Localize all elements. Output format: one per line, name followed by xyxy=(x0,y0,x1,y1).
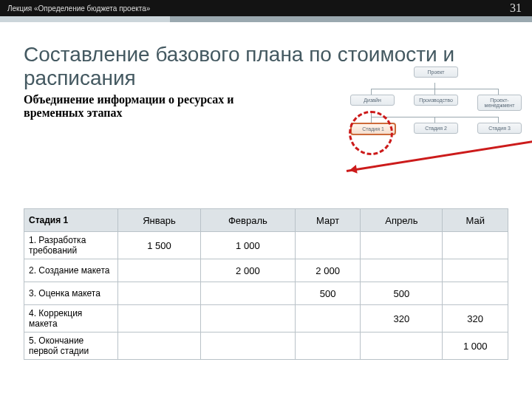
org-root: Проект xyxy=(414,66,458,78)
header-separator xyxy=(0,16,532,22)
org-mid-0: Дизайн xyxy=(350,95,395,106)
table-row: 3. Оценка макета 500 500 xyxy=(24,282,508,305)
lecture-title: Лекция «Определение бюджета проекта» xyxy=(7,4,150,13)
org-chart: Проект Дизайн Производство Проект-менедж… xyxy=(343,66,528,185)
table-row: 5. Окончание первой стадии 1 000 xyxy=(24,332,508,360)
org-mid-1: Производство xyxy=(414,95,458,106)
org-leaf-1: Стадия 2 xyxy=(414,123,458,134)
page-number: 31 xyxy=(510,1,522,15)
table-row: 2. Создание макета 2 000 2 000 xyxy=(24,259,508,282)
col-mar: Март xyxy=(295,209,361,232)
col-jan: Январь xyxy=(118,209,201,232)
highlight-circle xyxy=(349,111,393,155)
org-mid-2: Проект-менеджмент xyxy=(477,95,522,111)
col-header-stage: Стадия 1 xyxy=(24,209,118,232)
table-row: 1. Разработка требований 1 500 1 000 xyxy=(24,232,508,259)
col-feb: Февраль xyxy=(200,209,295,232)
slide-subtitle: Объединение информации о ресурсах и врем… xyxy=(24,93,267,120)
col-apr: Апрель xyxy=(361,209,443,232)
org-leaf-2: Стадия 3 xyxy=(477,123,522,134)
col-may: Май xyxy=(443,209,508,232)
budget-table: Стадия 1 Январь Февраль Март Апрель Май … xyxy=(24,208,508,360)
table-row: 4. Коррекция макета 320 320 xyxy=(24,305,508,332)
slide-header: Лекция «Определение бюджета проекта» 31 xyxy=(0,0,532,16)
